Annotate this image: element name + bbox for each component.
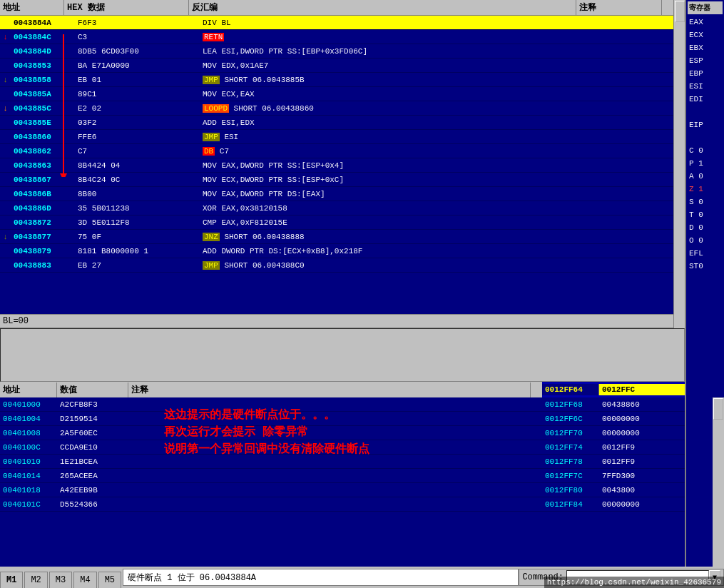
scroll-thumb[interactable] (675, 1, 685, 22)
cell-hex: 35 5B011238 (75, 204, 200, 213)
table-row[interactable]: 00438879 8181 B8000000 1 ADD DWORD PTR D… (0, 244, 673, 258)
reg-spacer1 (688, 106, 723, 118)
cell-disasm: JMP SHORT 06.0043885B (200, 76, 588, 84)
stack-val-header: 0012FFC (599, 384, 685, 395)
data-cell-addr: 00401010 (0, 457, 57, 466)
reg-p: P 1 (688, 157, 723, 170)
status-message: 硬件断点 1 位于 06.0043884A (123, 569, 519, 586)
reg-edi: EDI (688, 93, 723, 106)
table-row[interactable]: 00438883 EB 27 JMP SHORT 06.004388C0 (0, 258, 673, 273)
table-row[interactable]: 00438872 3D 5E0112F8 CMP EAX,0xF812015E (0, 216, 673, 230)
col-addr-header: 地址 (0, 0, 64, 15)
tab-m3[interactable]: M3 (49, 572, 72, 588)
cell-address: 00438879 (11, 247, 75, 255)
cell-disasm: DB C7 (200, 147, 588, 156)
cell-hex: F6F3 (75, 19, 200, 27)
reg-ecx: ECX (688, 29, 723, 41)
stack-cell-addr: 0012FF78 (542, 457, 599, 466)
table-row[interactable]: ↓ 00438858 EB 01 JMP SHORT 06.0043885B (0, 73, 673, 87)
annotation-overlay: 这边提示的是硬件断点位于。。。 再次运行才会提示 除零异常 说明第一个异常回调中… (164, 407, 369, 458)
reg-o: O 0 (688, 234, 723, 247)
reg-d: D 0 (688, 221, 723, 234)
table-row[interactable]: 00438862 C7 DB C7 (0, 144, 673, 158)
reg-spacer2 (688, 131, 723, 144)
data-cell-addr: 00401000 (0, 400, 57, 409)
stack-row-3[interactable]: 0012FF74 0012FF9 (542, 440, 685, 455)
cell-hex: 8DB5 6CD03F00 (75, 47, 200, 56)
stack-cell-addr: 0012FF68 (542, 400, 599, 409)
keyword-jmp2: JMP (203, 133, 220, 141)
cell-address: 00438863 (11, 161, 75, 170)
data-col-val-header: 数值 (57, 382, 128, 397)
status-bl: BL=00 (0, 314, 673, 328)
stack-row-4[interactable]: 0012FF78 0012FF9 (542, 455, 685, 469)
status-tabs: M1 M2 M3 M4 M5 (0, 567, 123, 588)
disasm-col-headers: 地址 HEX 数据 反汇编 注释 (0, 0, 673, 16)
disasm-scrollbar[interactable] (673, 0, 685, 328)
cell-address: 0043885A (11, 90, 75, 98)
tab-m2[interactable]: M2 (24, 572, 47, 588)
stack-row-1[interactable]: 0012FF6C 00000000 (542, 412, 685, 426)
cell-address: 0043884D (11, 47, 75, 56)
cell-disasm: MOV EAX,DWORD PTR SS:[ESP+0x4] (200, 161, 588, 170)
table-row[interactable]: ↓ 0043885C E2 02 LOOPD SHORT 06.00438860 (0, 101, 673, 116)
tab-m5[interactable]: M5 (98, 572, 121, 588)
data-row-5[interactable]: 00401014 265ACEEA (0, 469, 542, 483)
tab-m4[interactable]: M4 (73, 572, 96, 588)
data-row-6[interactable]: 00401018 A42EEB9B (0, 483, 542, 497)
table-row[interactable]: ↓ 0043884C C3 RETN (0, 30, 673, 44)
annotation-line1: 这边提示的是硬件断点位于。。。 (164, 407, 369, 424)
cell-address: 0043884A (11, 19, 75, 27)
table-row[interactable]: 0043884A F6F3 DIV BL (0, 16, 673, 30)
table-row[interactable]: 0043885E 03F2 ADD ESI,EDX (0, 116, 673, 130)
stack-cell-val: 7FFD300 (599, 472, 685, 480)
table-row[interactable]: 0043886B 8B00 MOV EAX,DWORD PTR DS:[EAX] (0, 187, 673, 201)
stack-row-2[interactable]: 0012FF70 00000000 (542, 426, 685, 440)
stack-row-7[interactable]: 0012FF84 00000000 (542, 497, 685, 512)
cell-disasm: XOR EAX,0x38120158 (200, 204, 588, 213)
reg-efl: EFL (688, 247, 723, 260)
reg-c: C 0 (688, 144, 723, 157)
cell-disasm: MOV EDX,0x1AE7 (200, 61, 588, 70)
stack-cell-addr: 0012FF80 (542, 486, 599, 495)
table-row[interactable]: 0043884D 8DB5 6CD03F00 LEA ESI,DWORD PTR… (0, 44, 673, 59)
cell-address: 00438858 (11, 76, 75, 84)
stack-cell-addr: 0012FF84 (542, 500, 599, 509)
data-row-7[interactable]: 0040101C D5524366 (0, 497, 542, 512)
annotation-line2: 再次运行才会提示 除零异常 (164, 424, 369, 441)
cell-address: 00438860 (11, 133, 75, 141)
table-row[interactable]: 00438863 8B4424 04 MOV EAX,DWORD PTR SS:… (0, 158, 673, 173)
stack-cell-addr: 0012FF7C (542, 472, 599, 480)
arrow-cell: ↓ (0, 104, 11, 113)
keyword-jnz: JNZ (203, 233, 220, 241)
stack-cell-val: 00438860 (599, 400, 685, 409)
table-row[interactable]: 0043885A 89C1 MOV ECX,EAX (0, 87, 673, 101)
data-cell-val: 265ACEEA (57, 472, 128, 480)
table-row[interactable]: 00438853 BA E71A0000 MOV EDX,0x1AE7 (0, 59, 673, 73)
cell-hex: 8181 B8000000 1 (75, 247, 200, 255)
cell-hex: E2 02 (75, 104, 200, 113)
stack-row-6[interactable]: 0012FF80 0043800 (542, 483, 685, 497)
table-row[interactable]: 0043886D 35 5B011238 XOR EAX,0x38120158 (0, 201, 673, 216)
data-cell-addr: 00401008 (0, 429, 57, 437)
cell-hex: 03F2 (75, 118, 200, 127)
stack-row-5[interactable]: 0012FF7C 7FFD300 (542, 469, 685, 483)
arrow-cell: ↓ (0, 33, 11, 41)
reg-label: 寄存器 (688, 1, 723, 14)
stack-row-0[interactable]: 0012FF68 00438860 (542, 397, 685, 412)
table-row[interactable]: ↓ 00438877 75 0F JNZ SHORT 06.00438888 (0, 230, 673, 244)
table-row[interactable]: 00438860 FFE6 JMP ESI (0, 130, 673, 144)
cell-disasm: JNZ SHORT 06.00438888 (200, 233, 588, 241)
tab-m1[interactable]: M1 (0, 572, 23, 588)
table-row[interactable]: 00438867 8B4C24 0C MOV ECX,DWORD PTR SS:… (0, 173, 673, 187)
col-comment-header: 注释 (576, 0, 662, 15)
stack-cell-val: 00000000 (599, 415, 685, 423)
data-cell-addr: 00401018 (0, 486, 57, 495)
reg-ebx: EBX (688, 41, 723, 54)
reg-eip: EIP (688, 118, 723, 131)
data-cell-addr: 0040101C (0, 500, 57, 509)
cell-hex: FFE6 (75, 133, 200, 141)
reg-st0: ST0 (688, 260, 723, 273)
stack-addr-header: 0012FF64 (542, 384, 599, 395)
data-cell-val: D5524366 (57, 500, 128, 509)
